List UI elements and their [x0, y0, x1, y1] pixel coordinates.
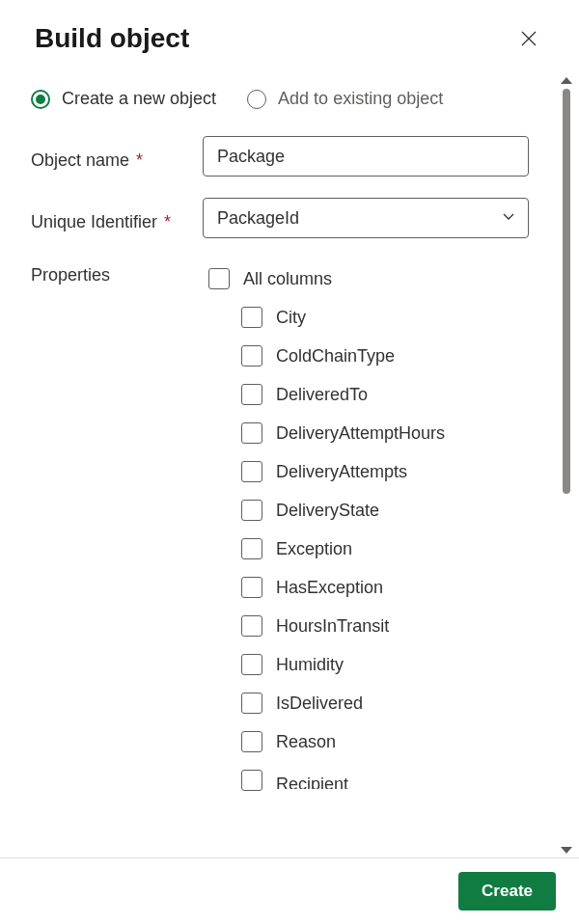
radio-add-existing[interactable]: Add to existing object	[247, 89, 443, 109]
checkbox-all-columns[interactable]: All columns	[208, 259, 529, 298]
checkbox-label: HoursInTransit	[276, 616, 389, 637]
checkbox-icon	[241, 615, 262, 637]
unique-identifier-label: Unique Identifier *	[31, 204, 203, 232]
object-name-label: Object name *	[31, 143, 203, 171]
checkbox-property[interactable]: DeliveredTo	[208, 375, 529, 414]
checkbox-icon	[208, 268, 230, 289]
checkbox-label: City	[276, 308, 306, 328]
dialog-body: Create a new object Add to existing obje…	[0, 73, 579, 857]
object-name-input[interactable]	[203, 136, 529, 177]
radio-label: Create a new object	[62, 89, 216, 109]
checkbox-label: Exception	[276, 539, 352, 559]
checkbox-icon	[241, 384, 262, 405]
close-icon	[521, 31, 537, 46]
checkbox-label: Humidity	[276, 655, 344, 675]
checkbox-property[interactable]: IsDelivered	[208, 684, 529, 722]
checkbox-label: IsDelivered	[276, 693, 363, 714]
checkbox-icon	[241, 307, 262, 328]
unique-identifier-select[interactable]: PackageId	[203, 198, 529, 238]
checkbox-icon	[241, 577, 262, 598]
checkbox-property[interactable]: DeliveryAttemptHours	[208, 414, 529, 452]
checkbox-label: DeliveredTo	[276, 385, 368, 405]
radio-label: Add to existing object	[278, 89, 443, 109]
checkbox-icon	[241, 693, 262, 714]
dialog-header: Build object	[0, 0, 579, 73]
checkbox-icon	[241, 422, 262, 444]
checkbox-icon	[241, 731, 262, 752]
checkbox-label: Reason	[276, 732, 336, 752]
checkbox-icon	[241, 770, 262, 791]
checkbox-property[interactable]: DeliveryAttempts	[208, 452, 529, 491]
checkbox-label: HasException	[276, 578, 383, 598]
dialog-title: Build object	[35, 23, 189, 54]
checkbox-label: ColdChainType	[276, 346, 395, 367]
checkbox-property[interactable]: City	[208, 298, 529, 337]
required-indicator: *	[164, 212, 171, 231]
required-indicator: *	[136, 150, 143, 170]
checkbox-label: All columns	[243, 269, 332, 289]
checkbox-property[interactable]: Exception	[208, 530, 529, 568]
unique-identifier-row: Unique Identifier * PackageId	[31, 198, 529, 238]
checkbox-icon	[241, 654, 262, 675]
radio-icon	[247, 90, 266, 109]
checkbox-property[interactable]: HasException	[208, 568, 529, 607]
scroll-down-icon[interactable]	[561, 847, 572, 854]
close-button[interactable]	[513, 23, 544, 54]
scroll-area: Create a new object Add to existing obje…	[23, 73, 556, 857]
scrollbar-thumb[interactable]	[563, 89, 570, 494]
checkbox-icon	[241, 538, 262, 559]
radio-icon	[31, 90, 50, 109]
scroll-up-icon[interactable]	[561, 77, 572, 84]
properties-list: All columns CityColdChainTypeDeliveredTo…	[203, 259, 529, 800]
property-items-container: CityColdChainTypeDeliveredToDeliveryAtte…	[208, 298, 529, 800]
dialog-footer: Create	[0, 857, 579, 924]
radio-create-new[interactable]: Create a new object	[31, 89, 216, 109]
mode-selector: Create a new object Add to existing obje…	[31, 81, 529, 136]
checkbox-property[interactable]: Humidity	[208, 645, 529, 684]
checkbox-property[interactable]: HoursInTransit	[208, 607, 529, 645]
checkbox-icon	[241, 500, 262, 521]
checkbox-label: DeliveryState	[276, 501, 379, 521]
create-button[interactable]: Create	[458, 872, 556, 910]
unique-identifier-select-wrap: PackageId	[203, 198, 529, 238]
checkbox-label: DeliveryAttemptHours	[276, 423, 445, 444]
scrollbar[interactable]	[558, 73, 575, 857]
properties-label: Properties	[31, 259, 203, 800]
checkbox-icon	[241, 345, 262, 367]
checkbox-property[interactable]: DeliveryState	[208, 491, 529, 530]
checkbox-property[interactable]: Recipient	[208, 761, 529, 800]
checkbox-label: Recipient	[276, 772, 348, 789]
object-name-row: Object name *	[31, 136, 529, 177]
build-object-dialog: Build object Create a new object Add to …	[0, 0, 579, 924]
checkbox-property[interactable]: Reason	[208, 722, 529, 761]
checkbox-icon	[241, 461, 262, 482]
properties-section: Properties All columns CityColdChainType…	[31, 259, 529, 800]
checkbox-label: DeliveryAttempts	[276, 462, 407, 482]
checkbox-property[interactable]: ColdChainType	[208, 337, 529, 375]
